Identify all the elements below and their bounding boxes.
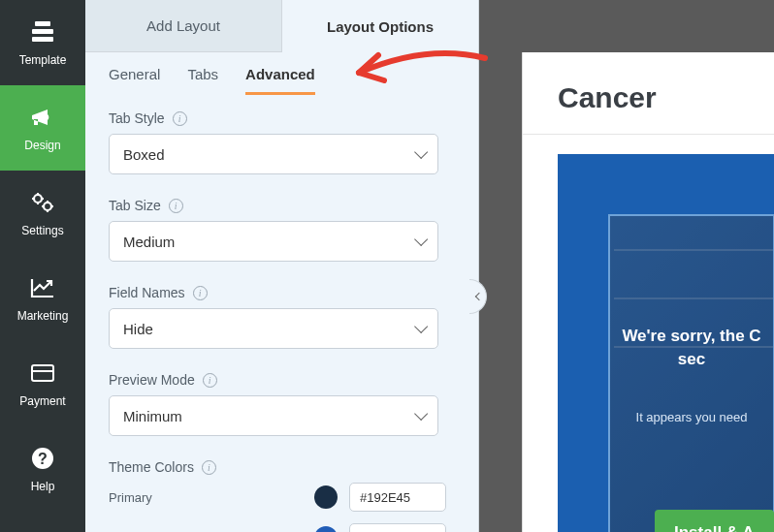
tab-layout-options[interactable]: Layout Options — [281, 0, 478, 52]
preview-pane: Cancer We're sorry, the C sec It appears… — [522, 52, 774, 532]
nav-label: Template — [19, 53, 67, 67]
page-title: Cancer — [523, 52, 774, 135]
info-icon[interactable]: i — [173, 111, 187, 126]
svg-point-3 — [34, 195, 42, 203]
svg-rect-13 — [32, 365, 53, 381]
nav-payment[interactable]: Payment — [0, 341, 85, 426]
primary-swatch[interactable] — [314, 485, 338, 509]
chevron-left-icon — [474, 293, 482, 300]
primary-color-row: Primary — [109, 483, 455, 512]
gears-icon — [29, 189, 56, 216]
select-value: Medium — [123, 234, 175, 250]
nav-label: Design — [24, 139, 60, 152]
preview-mode-label: Preview Mode — [109, 372, 195, 388]
tab-size-label: Tab Size — [109, 198, 161, 213]
nav-label: Help — [31, 480, 55, 493]
help-icon: ? — [29, 445, 56, 472]
hero-block: We're sorry, the C sec It appears you ne… — [558, 154, 774, 532]
hero-headline-2: sec — [678, 350, 705, 369]
hero-headline-1: We're sorry, the C — [622, 327, 760, 346]
template-icon — [29, 18, 56, 46]
nav-design[interactable]: Design — [0, 85, 85, 171]
chevron-down-icon — [414, 233, 428, 246]
select-value: Minimum — [123, 408, 182, 424]
tab-add-layout[interactable]: Add Layout — [85, 0, 281, 52]
nav-label: Payment — [19, 394, 65, 408]
preview-mode-select[interactable]: Minimum — [109, 395, 438, 436]
primary-hex-input[interactable] — [349, 483, 446, 512]
controls: Tab Style i Boxed Tab Size i Medium Fiel… — [85, 95, 478, 532]
hero-image: We're sorry, the C sec It appears you ne… — [608, 214, 774, 532]
svg-rect-0 — [35, 21, 50, 26]
tab-style-select[interactable]: Boxed — [109, 134, 438, 174]
panel-top-tabs: Add Layout Layout Options — [85, 0, 478, 52]
select-value: Boxed — [123, 146, 165, 163]
secondary-color-row: Secondary — [109, 523, 455, 532]
nav-label: Marketing — [17, 309, 69, 323]
field-names-select[interactable]: Hide — [109, 308, 438, 349]
field-names-label: Field Names — [109, 285, 185, 300]
panel-collapse-handle[interactable] — [469, 279, 487, 314]
chart-icon — [29, 274, 56, 301]
secondary-swatch[interactable] — [314, 526, 338, 532]
nav-help[interactable]: ? Help — [0, 426, 85, 512]
options-panel: Add Layout Layout Options General Tabs A… — [85, 0, 479, 532]
install-button[interactable]: Install & A — [655, 510, 774, 532]
primary-label: Primary — [109, 490, 303, 505]
theme-colors-label: Theme Colors — [109, 459, 194, 475]
tab-size-select[interactable]: Medium — [109, 221, 438, 262]
svg-rect-1 — [32, 29, 53, 34]
subtab-tabs[interactable]: Tabs — [187, 66, 218, 95]
select-value: Hide — [123, 321, 153, 337]
nav-template[interactable]: Template — [0, 0, 85, 85]
hero-subtext: It appears you need — [636, 410, 748, 424]
info-icon[interactable]: i — [203, 373, 217, 388]
info-icon[interactable]: i — [169, 199, 183, 213]
subtab-general[interactable]: General — [109, 66, 160, 95]
secondary-hex-input[interactable] — [349, 523, 446, 532]
nav-settings[interactable]: Settings — [0, 171, 85, 256]
sub-tabs: General Tabs Advanced — [85, 52, 478, 95]
nav-marketing[interactable]: Marketing — [0, 256, 85, 341]
sidebar: Template Design Settings Marketing Payme… — [0, 0, 85, 532]
svg-rect-2 — [32, 37, 53, 42]
chevron-down-icon — [414, 320, 428, 333]
chevron-down-icon — [414, 407, 428, 421]
subtab-advanced[interactable]: Advanced — [245, 66, 315, 95]
info-icon[interactable]: i — [193, 286, 208, 300]
svg-point-4 — [44, 203, 51, 210]
tab-style-label: Tab Style — [109, 110, 165, 126]
megaphone-icon — [29, 104, 56, 131]
svg-text:?: ? — [38, 451, 48, 467]
nav-label: Settings — [21, 224, 63, 237]
chevron-down-icon — [414, 145, 428, 159]
card-icon — [29, 360, 56, 387]
info-icon[interactable]: i — [202, 460, 216, 475]
